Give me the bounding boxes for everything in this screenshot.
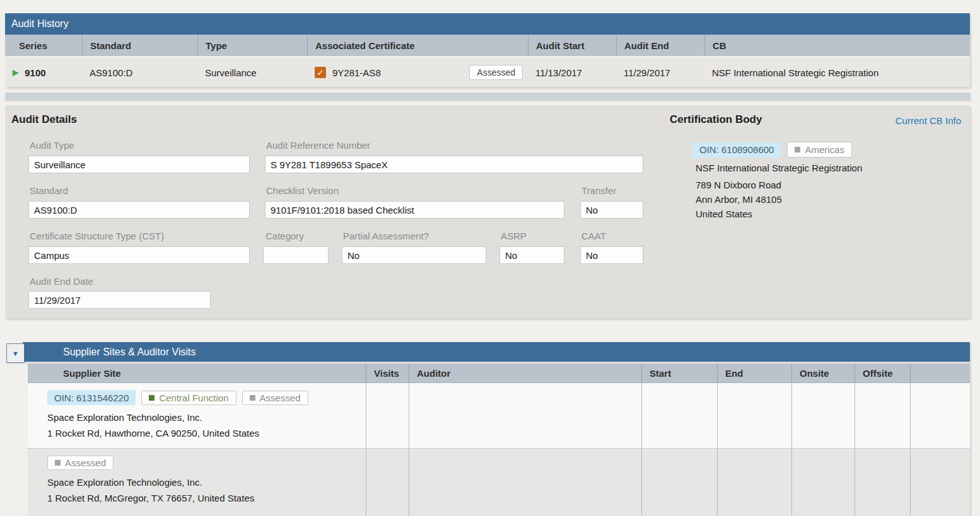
assessed-square-icon <box>55 460 61 466</box>
cb-region-label: Americas <box>805 144 844 155</box>
transfer-label: Transfer <box>581 185 616 196</box>
central-function-badge: Central Function <box>141 391 236 405</box>
column-header-visits: Visits <box>366 364 409 382</box>
column-header-series: Series <box>5 35 82 56</box>
audit-reference-number-label: Audit Reference Number <box>266 140 370 151</box>
certificate-value: 9Y281-AS8 <box>332 67 381 78</box>
partial-assessment-label: Partial Assessment? <box>343 231 429 241</box>
caat-label: CAAT <box>581 231 606 241</box>
supplier-site-row[interactable]: OIN: 6131546220 Central Function Assesse… <box>28 383 970 449</box>
central-function-square-icon <box>149 395 155 401</box>
column-header-onsite: Onsite <box>791 364 855 382</box>
supplier-sites-table: Supplier Site Visits Auditor Start End O… <box>28 364 970 516</box>
audit-history-title: Audit History <box>5 13 970 35</box>
site-address: 1 Rocket Rd, McGregor, TX 76657, United … <box>47 493 366 503</box>
chevron-down-icon: ▼ <box>12 350 19 357</box>
audit-end-date-field[interactable] <box>28 291 211 309</box>
central-function-label: Central Function <box>159 393 228 403</box>
checklist-version-label: Checklist Version <box>266 185 339 196</box>
audit-start-value: 11/13/2017 <box>528 67 616 78</box>
audit-history-panel: Audit History Series Standard Type Assoc… <box>5 13 970 87</box>
cb-oin-badge: OIN: 6108908600 <box>692 142 781 158</box>
standard-value: AS9100:D <box>82 67 197 78</box>
column-header-cb: CB <box>704 35 970 56</box>
audit-end-value: 11/29/2017 <box>616 67 704 78</box>
audit-reference-number-field[interactable] <box>265 156 643 173</box>
column-header-standard: Standard <box>82 35 197 56</box>
column-header-auditor: Auditor <box>409 364 641 382</box>
column-header-associated-certificate: Associated Certificate <box>307 35 528 56</box>
category-label: Category <box>265 231 304 241</box>
cb-value: NSF International Strategic Registration <box>704 67 970 78</box>
supplier-site-row[interactable]: Assessed Space Exploration Technologies,… <box>28 449 970 516</box>
assessed-square-icon <box>250 395 255 401</box>
expand-row-icon[interactable]: ▶ <box>13 68 18 77</box>
certification-body-title: Certification Body <box>670 113 762 126</box>
column-header-audit-end: Audit End <box>616 35 704 56</box>
type-value: Surveillance <box>197 67 307 78</box>
audit-details-title: Audit Details <box>11 113 77 126</box>
cb-region-badge: Americas <box>787 142 852 158</box>
transfer-field[interactable] <box>580 201 643 219</box>
column-header-offsite: Offsite <box>855 364 910 382</box>
cb-address-line2: Ann Arbor, MI 48105 <box>696 192 862 207</box>
checklist-version-field[interactable] <box>265 201 564 219</box>
audit-history-column-headers: Series Standard Type Associated Certific… <box>5 35 970 56</box>
partial-assessment-field[interactable] <box>342 246 486 264</box>
column-header-end: End <box>717 364 791 382</box>
site-name: Space Exploration Technologies, Inc. <box>47 412 366 423</box>
supplier-sites-title: Supplier Sites & Auditor Visits <box>23 342 970 362</box>
site-assessed-badge: Assessed <box>47 456 114 470</box>
current-cb-info-link[interactable]: Current CB Info <box>895 115 961 126</box>
site-assessed-label: Assessed <box>260 393 301 403</box>
page: Audit History Series Standard Type Assoc… <box>0 0 980 516</box>
series-value: 9100 <box>25 67 45 78</box>
region-square-icon <box>795 147 800 152</box>
caat-field[interactable] <box>580 246 643 264</box>
standard-field[interactable] <box>28 201 250 219</box>
cb-address-line1: 789 N Dixboro Road <box>696 178 862 192</box>
site-name: Space Exploration Technologies, Inc. <box>47 477 366 488</box>
site-address: 1 Rocket Rd, Hawthorne, CA 90250, United… <box>47 428 366 439</box>
column-header-type: Type <box>197 35 307 56</box>
collapse-section-button[interactable]: ▼ <box>6 343 25 363</box>
certificate-checkbox-icon[interactable]: ✓ <box>315 67 326 78</box>
asrp-field[interactable] <box>499 246 564 264</box>
column-header-supplier-site: Supplier Site <box>28 364 366 382</box>
standard-label: Standard <box>30 185 68 196</box>
audit-type-field[interactable] <box>28 156 250 173</box>
site-oin-badge: OIN: 6131546220 <box>47 390 136 405</box>
column-header-audit-start: Audit Start <box>528 35 616 56</box>
category-field[interactable] <box>263 246 329 264</box>
site-assessed-label: Assessed <box>65 457 106 468</box>
audit-history-row[interactable]: ▶ 9100 AS9100:D Surveillance ✓ 9Y281-AS8… <box>5 58 970 87</box>
audit-details-panel: Audit Details Audit Type Audit Reference… <box>5 105 970 318</box>
column-header-extra <box>910 364 970 382</box>
cb-address-line3: United States <box>696 207 862 221</box>
cst-field[interactable] <box>28 246 250 264</box>
separator-bar <box>5 93 970 100</box>
asrp-label: ASRP <box>501 231 527 241</box>
cb-name: NSF International Strategic Registration <box>696 161 862 175</box>
supplier-sites-column-headers: Supplier Site Visits Auditor Start End O… <box>28 364 970 383</box>
audit-end-date-label: Audit End Date <box>30 276 93 287</box>
cb-address-block: NSF International Strategic Registration… <box>696 161 862 221</box>
site-assessed-badge: Assessed <box>242 391 308 405</box>
column-header-start: Start <box>641 364 717 382</box>
audit-type-label: Audit Type <box>30 140 74 151</box>
cst-label: Certificate Structure Type (CST) <box>30 231 164 241</box>
assessed-status-badge: Assessed <box>469 65 523 80</box>
